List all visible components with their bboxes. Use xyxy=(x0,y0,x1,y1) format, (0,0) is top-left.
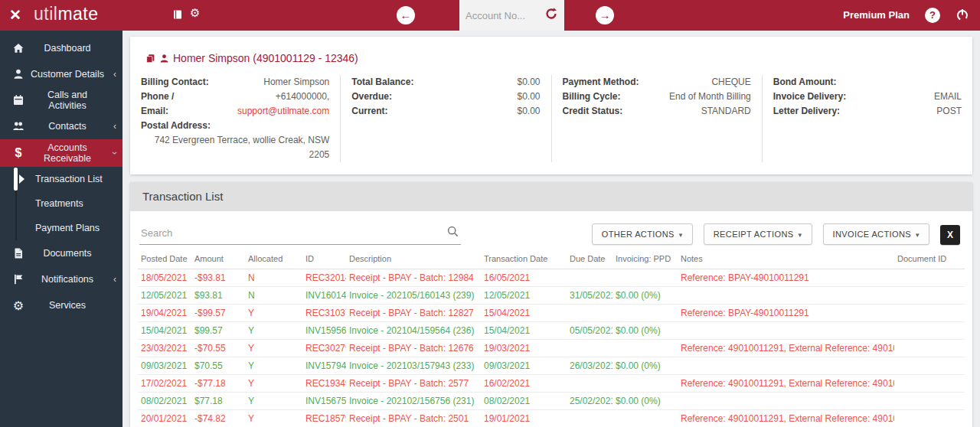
next-account-button[interactable]: → xyxy=(596,6,614,24)
home-icon xyxy=(9,42,28,54)
sidebar-item-notifications[interactable]: Notifications ‹ xyxy=(0,266,122,292)
column-header-document_id[interactable]: Document ID xyxy=(894,249,965,269)
excel-export-button[interactable]: X xyxy=(940,225,960,245)
help-icon[interactable]: ? xyxy=(925,8,940,23)
cell-transaction_date: 09/03/2021 xyxy=(481,357,567,375)
sidebar-item-label: Customer Details xyxy=(28,69,107,80)
sidebar-item-customer-details[interactable]: Customer Details ‹ xyxy=(0,61,122,87)
cell-allocated: Y xyxy=(245,305,302,322)
transaction-table-body: 18/05/2021-$93.81NREC32014Receipt - BPAY… xyxy=(138,269,965,427)
customer-title: Homer Simpson (4901001129 - 12346) xyxy=(173,52,358,64)
column-header-id[interactable]: ID xyxy=(302,249,346,269)
sidebar-item-accounts-receivable[interactable]: $ Accounts Receivable › xyxy=(0,139,122,167)
cell-document_id xyxy=(894,410,965,427)
column-header-description[interactable]: Description xyxy=(346,249,481,269)
column-header-amount[interactable]: Amount xyxy=(191,249,245,269)
search-icon[interactable] xyxy=(446,225,459,241)
table-row[interactable]: 17/02/2021-$77.18YREC19349Receipt - BPAY… xyxy=(138,375,965,393)
refresh-icon[interactable] xyxy=(544,7,558,24)
power-icon[interactable] xyxy=(956,8,969,24)
cell-allocated: Y xyxy=(245,340,302,357)
column-header-posted_date[interactable]: Posted Date xyxy=(138,249,191,269)
sidebar-item-label: Notifications xyxy=(28,274,107,285)
chevron-left-icon: ‹ xyxy=(107,121,116,132)
customer-summary-card: Homer Simpson (4901001129 - 12346) Billi… xyxy=(130,37,972,174)
sidebar-item-label: Accounts Receivable xyxy=(28,142,107,164)
sidebar-item-label: Calls and Activities xyxy=(28,90,107,111)
prev-account-button[interactable]: ← xyxy=(397,6,415,24)
table-row[interactable]: 18/05/2021-$93.81NREC32014Receipt - BPAY… xyxy=(138,269,965,287)
sidebar-item-services[interactable]: ⚙ Services xyxy=(0,292,122,318)
customer-info-row: Billing Contact:Homer Simpson Phone / Em… xyxy=(130,75,972,162)
table-row[interactable]: 19/04/2021-$99.57YREC31037Receipt - BPAY… xyxy=(138,305,965,322)
close-icon[interactable]: ✕ xyxy=(9,6,21,24)
sidebar-subitem-payment-plans[interactable]: Payment Plans xyxy=(0,216,122,240)
sidebar-item-dashboard[interactable]: Dashboard xyxy=(0,35,122,61)
sidebar-item-contacts[interactable]: Contacts ‹ xyxy=(0,113,122,139)
cell-allocated: Y xyxy=(245,375,302,393)
cell-notes: Reference: 49010011291, External Referen… xyxy=(678,340,894,357)
table-row[interactable]: 09/03/2021$70.55YINV157943Invoice - 2021… xyxy=(138,357,965,375)
table-row[interactable]: 15/04/2021$99.57YINV159564Invoice - 2021… xyxy=(138,322,965,340)
cell-due_date: 31/05/2021 xyxy=(567,287,612,305)
person-icon xyxy=(159,54,169,64)
column-header-transaction_date[interactable]: Transaction Date xyxy=(481,249,567,269)
cell-description: Invoice - 202102/156756 (231) xyxy=(346,393,481,410)
main-content: Homer Simpson (4901001129 - 12346) Billi… xyxy=(122,31,980,427)
column-header-allocated[interactable]: Allocated xyxy=(245,249,302,269)
sidebar-subitem-treatments[interactable]: Treatments xyxy=(0,191,122,216)
receipt-actions-button[interactable]: RECEIPT ACTIONS▾ xyxy=(704,223,812,245)
email-link[interactable]: support@utilmate.com xyxy=(237,106,329,116)
account-number-input[interactable] xyxy=(466,10,544,21)
table-row[interactable]: 20/01/2021-$74.82YREC18579Receipt - BPAY… xyxy=(138,410,965,427)
dropdown-arrow-icon: ▾ xyxy=(799,231,802,239)
cell-id: INV156756 xyxy=(302,393,346,410)
cell-posted_date: 12/05/2021 xyxy=(138,287,191,305)
notebook-icon[interactable] xyxy=(172,8,184,21)
cell-transaction_date: 12/05/2021 xyxy=(481,287,567,305)
cell-id: REC19349 xyxy=(302,375,346,393)
cell-document_id xyxy=(894,393,965,410)
plan-label: Premium Plan xyxy=(843,9,910,21)
current-value: $0.00 xyxy=(517,104,540,119)
search-input[interactable] xyxy=(141,227,446,239)
cell-description: Invoice - 202103/157943 (233) xyxy=(346,357,481,375)
cell-document_id xyxy=(894,340,965,357)
customer-title-row: Homer Simpson (4901001129 - 12346) xyxy=(130,47,972,75)
column-header-notes[interactable]: Notes xyxy=(678,249,894,269)
invoice-actions-button[interactable]: INVOICE ACTIONS▾ xyxy=(823,223,930,245)
billing-cycle-label: Billing Cycle: xyxy=(563,90,621,104)
overdue-value: $0.00 xyxy=(517,90,540,104)
delivery-info-column: Bond Amount: Invoice Delivery:EMAIL Lett… xyxy=(762,75,972,162)
table-row[interactable]: 12/05/2021$93.81NINV160143Invoice - 2021… xyxy=(138,287,965,305)
cell-invoicing_ppd xyxy=(612,410,678,427)
cell-due_date xyxy=(567,269,612,287)
sidebar-subitem-transaction-list[interactable]: Transaction List xyxy=(0,167,122,191)
table-row[interactable]: 08/02/2021$77.18YINV156756Invoice - 2021… xyxy=(138,393,965,410)
cell-allocated: Y xyxy=(245,410,302,427)
cell-notes: Reference: 49010011291, External Referen… xyxy=(678,410,894,427)
overdue-label: Overdue: xyxy=(351,90,392,104)
document-icon xyxy=(9,247,28,259)
table-row[interactable]: 23/03/2021-$70.55YREC30279Receipt - BPAY… xyxy=(138,340,965,357)
cell-document_id xyxy=(894,287,965,305)
other-actions-button[interactable]: OTHER ACTIONS▾ xyxy=(592,223,693,245)
column-header-due_date[interactable]: Due Date xyxy=(567,249,612,269)
total-balance-value: $0.00 xyxy=(517,75,540,90)
cell-invoicing_ppd xyxy=(612,305,678,322)
cell-id: INV159564 xyxy=(302,322,346,340)
sidebar-item-calls-and-activities[interactable]: Calls and Activities xyxy=(0,87,122,113)
transaction-table: Posted DateAmountAllocatedIDDescriptionT… xyxy=(138,249,965,427)
sidebar-item-label: Contacts xyxy=(28,121,107,132)
column-header-invoicing_ppd[interactable]: Invoicing: PPD xyxy=(612,249,678,269)
cell-notes: Reference: BPAY-49010011291 xyxy=(678,269,894,287)
settings-gears-icon[interactable]: ⚙ xyxy=(190,6,200,20)
cell-id: REC18579 xyxy=(302,410,346,427)
letter-delivery-label: Letter Delivery: xyxy=(773,104,840,119)
sidebar-item-documents[interactable]: Documents xyxy=(0,240,122,266)
people-icon xyxy=(9,120,28,132)
cell-due_date: 05/05/2021 xyxy=(567,322,612,340)
credit-status-value: STANDARD xyxy=(701,104,751,119)
cell-amount: $70.55 xyxy=(191,357,245,375)
flag-icon xyxy=(9,273,28,285)
